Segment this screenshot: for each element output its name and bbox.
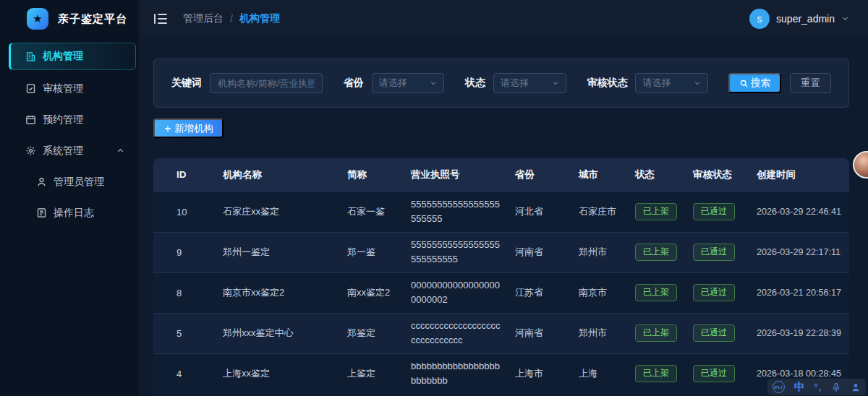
- cell-status: 已上架: [629, 313, 687, 353]
- cell-audit-status: 已通过: [687, 353, 751, 394]
- cell-text: 2026-03-29 22:46:41: [757, 207, 841, 217]
- cell-text: 南xx鉴定2: [347, 287, 390, 298]
- sidebar-item-system-management[interactable]: 系统管理: [0, 135, 139, 166]
- sidebar-item-operation-log[interactable]: 操作日志: [0, 197, 139, 228]
- cell-id: 9: [153, 232, 217, 272]
- microphone-icon[interactable]: [831, 382, 841, 392]
- collapse-sidebar-icon[interactable]: [154, 14, 167, 24]
- cell-license: bbbbbbbbbbbbbbbbbbbbbbbb: [405, 353, 509, 394]
- cell-audit-status: 已通过: [687, 232, 751, 272]
- sidebar-item-audit-management[interactable]: 审核管理: [0, 73, 139, 104]
- ifly-logo-icon[interactable]: iFLY: [773, 381, 785, 393]
- document-log-icon: [36, 207, 47, 218]
- chevron-up-icon: [116, 145, 124, 157]
- cell-province: 河南省: [509, 313, 573, 353]
- status-select-value: 请选择: [501, 77, 529, 90]
- breadcrumb-separator: /: [230, 13, 233, 25]
- column-header: 简称: [341, 158, 405, 191]
- table-row[interactable]: 4上海xx鉴定上鉴定bbbbbbbbbbbbbbbbbbbbbbbb上海市上海已…: [153, 353, 849, 394]
- floating-avatar-widget[interactable]: [853, 151, 868, 178]
- breadcrumb-root[interactable]: 管理后台: [183, 12, 224, 25]
- ime-language-toggle[interactable]: 中: [794, 380, 805, 394]
- cell-short-name: 郑一鉴: [341, 232, 405, 272]
- cell-id: 5: [153, 313, 217, 353]
- cell-created-at: 2026-03-29 22:46:41: [751, 191, 849, 232]
- cell-audit-status: 已通过: [687, 272, 751, 313]
- cell-text: 上海xx鉴定: [223, 368, 270, 379]
- cell-text: 石家庄xx鉴定: [223, 206, 279, 217]
- cell-license: 000000000000000000000002: [405, 272, 509, 313]
- status-badge: 已上架: [635, 284, 677, 301]
- cell-text: 石家庄市: [579, 206, 616, 217]
- star-icon: ★: [33, 12, 42, 25]
- cell-text: 河北省: [515, 206, 543, 217]
- search-button[interactable]: 搜索: [728, 73, 781, 93]
- cell-city: 南京市: [573, 272, 629, 313]
- app-logo-star-icon: ★: [27, 8, 48, 30]
- status-badge: 已上架: [635, 324, 677, 342]
- sidebar-item-label: 系统管理: [43, 145, 83, 158]
- sidebar-item-label: 操作日志: [54, 207, 94, 220]
- status-label: 状态: [465, 77, 485, 90]
- audit-status-badge: 已通过: [693, 365, 735, 382]
- add-institution-button[interactable]: 新增机构: [153, 119, 224, 138]
- top-bar: 管理后台 / 机构管理 s super_admin: [139, 0, 868, 38]
- table-row[interactable]: 10石家庄xx鉴定石家一鉴55555555555555555555555河北省石…: [153, 191, 849, 232]
- cell-text: 郑州市: [579, 327, 607, 338]
- cell-text: 河南省: [515, 327, 543, 338]
- ime-account-icon[interactable]: [851, 382, 861, 392]
- sidebar-item-appointment-management[interactable]: 预约管理: [0, 104, 139, 135]
- table-row[interactable]: 5郑州xxx鉴定中心郑鉴定ccccccccccccccccccccccccccc…: [153, 313, 849, 353]
- ime-punctuation-toggle[interactable]: °,: [814, 382, 822, 392]
- cell-license: 55555555555555555555555555: [405, 232, 509, 272]
- sidebar-item-admin-management[interactable]: 管理员管理: [0, 166, 139, 197]
- table-row[interactable]: 8南京市xx鉴定2南xx鉴定2000000000000000000000002江…: [153, 272, 849, 313]
- cell-text: 郑鉴定: [347, 327, 375, 338]
- table-row[interactable]: 9郑州一鉴定郑一鉴55555555555555555555555555河南省郑州…: [153, 232, 849, 272]
- reset-button-label: 重置: [801, 77, 820, 90]
- cell-city: 石家庄市: [573, 191, 629, 232]
- cell-id: 8: [153, 272, 217, 313]
- status-badge: 已上架: [635, 244, 677, 261]
- sidebar-item-institution-management[interactable]: 机构管理: [9, 43, 136, 70]
- avatar: s: [749, 9, 770, 29]
- cell-text: 江苏省: [515, 287, 543, 298]
- cell-id: 4: [153, 353, 217, 394]
- cell-text: 55555555555555555555555555: [411, 238, 503, 267]
- cell-id: 10: [153, 191, 217, 232]
- cell-short-name: 石家一鉴: [341, 191, 405, 232]
- audit-status-select[interactable]: 请选择: [635, 73, 708, 93]
- cell-province: 河北省: [509, 191, 573, 232]
- province-select[interactable]: 请选择: [372, 73, 445, 93]
- cell-text: 8: [176, 288, 182, 298]
- cell-short-name: 上鉴定: [341, 353, 405, 394]
- column-header: 营业执照号: [405, 158, 509, 191]
- plus-icon: [163, 124, 172, 133]
- table-header-row: ID机构名称简称营业执照号省份城市状态审核状态创建时间: [153, 158, 849, 191]
- chevron-down-icon: [694, 78, 701, 89]
- keyword-input[interactable]: [210, 73, 323, 93]
- cell-city: 郑州市: [573, 313, 629, 353]
- status-select[interactable]: 请选择: [493, 73, 566, 93]
- cell-text: 2026-03-21 20:56:17: [757, 288, 841, 298]
- document-check-icon: [25, 83, 36, 94]
- audit-status-badge: 已通过: [693, 203, 735, 220]
- province-label: 省份: [344, 77, 364, 90]
- sidebar-item-label: 管理员管理: [54, 176, 104, 189]
- cell-text: 10: [176, 207, 187, 218]
- cell-name: 石家庄xx鉴定: [217, 191, 341, 232]
- cell-status: 已上架: [629, 232, 687, 272]
- content-area: 关键词 省份 请选择 状态 请选择: [139, 38, 868, 396]
- cell-status: 已上架: [629, 353, 687, 394]
- cell-text: 000000000000000000000002: [411, 278, 503, 307]
- user-menu[interactable]: s super_admin: [749, 9, 849, 29]
- gear-icon: [25, 145, 36, 156]
- cell-name: 郑州xxx鉴定中心: [217, 313, 341, 353]
- cell-text: 南京市: [579, 287, 607, 298]
- column-header: 城市: [573, 158, 629, 191]
- reset-button[interactable]: 重置: [790, 73, 831, 93]
- column-header: 状态: [629, 158, 687, 191]
- filter-bar: 关键词 省份 请选择 状态 请选择: [153, 59, 849, 108]
- add-institution-label: 新增机构: [174, 122, 213, 135]
- cell-created-at: 2026-03-29 22:17:11: [751, 232, 849, 272]
